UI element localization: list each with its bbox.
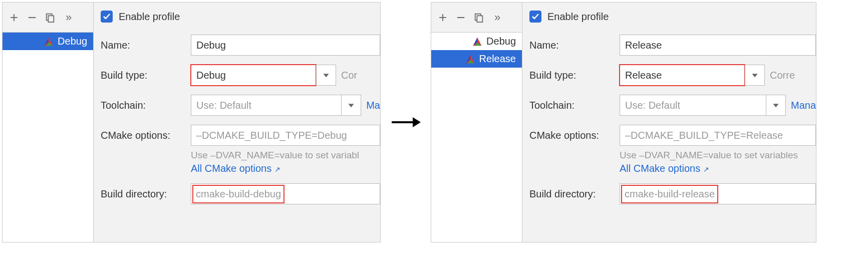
profile-item-label: Debug [486, 36, 516, 47]
arrow-right-icon [391, 115, 421, 130]
more-button[interactable]: » [489, 10, 504, 25]
build-type-dropdown-button[interactable] [316, 65, 336, 86]
build-dir-input[interactable]: cmake-build-debug [191, 183, 380, 204]
more-button[interactable]: » [61, 10, 76, 25]
svg-marker-18 [773, 104, 778, 107]
svg-marker-6 [349, 104, 354, 107]
toolchain-dropdown-button[interactable] [766, 95, 786, 116]
remove-profile-button[interactable]: − [25, 10, 40, 25]
profile-item-debug[interactable]: Debug [3, 33, 93, 50]
svg-marker-8 [413, 117, 421, 127]
profile-item-label: Debug [58, 36, 87, 47]
cmake-options-label: CMake options: [529, 130, 616, 141]
duplicate-profile-button[interactable] [471, 10, 486, 25]
copy-icon [473, 12, 484, 23]
cmake-options-link[interactable]: All CMake options ↗ [620, 163, 816, 174]
add-profile-button[interactable]: + [7, 10, 22, 25]
build-dir-input[interactable]: cmake-build-release [620, 183, 816, 204]
manage-toolchain-link[interactable]: Ma [366, 100, 380, 111]
svg-marker-5 [323, 74, 329, 77]
duplicate-profile-button[interactable] [43, 10, 58, 25]
form-area: Enable profile Name: Debug Build type: D… [94, 3, 380, 242]
cmake-hint: Use –DVAR_NAME=value to set variables [620, 150, 816, 161]
settings-panel-before: + − » Debug Enable profile Name: Debug [2, 2, 381, 242]
cmake-options-link[interactable]: All CMake options ↗ [191, 163, 380, 174]
name-label: Name: [101, 40, 187, 51]
sidebar-toolbar: + − » [431, 3, 522, 33]
build-type-label: Build type: [101, 70, 187, 81]
build-type-label: Build type: [529, 70, 616, 81]
remove-profile-button[interactable]: − [453, 10, 468, 25]
form-area: Enable profile Name: Release Build type:… [522, 3, 816, 242]
chevron-down-icon [348, 102, 355, 109]
profile-item-label: Release [479, 53, 516, 65]
toolchain-select[interactable]: Use: Default [620, 95, 766, 116]
profile-item-release[interactable]: Release [431, 50, 522, 68]
cmake-options-label: CMake options: [101, 130, 187, 141]
check-icon [103, 13, 111, 21]
transition-arrow [391, 2, 421, 242]
sidebar: + − » Debug Release [431, 3, 522, 242]
cmake-hint: Use –DVAR_NAME=value to set variabl [191, 150, 380, 161]
svg-rect-10 [477, 16, 482, 22]
profile-item-debug[interactable]: Debug [431, 33, 522, 50]
build-type-trailing: Cor [341, 70, 357, 81]
enable-profile-checkbox[interactable] [529, 11, 541, 23]
sidebar-toolbar: + − » [3, 3, 93, 33]
build-dir-label: Build directory: [529, 188, 616, 200]
build-type-trailing: Corre [770, 70, 795, 81]
enable-profile-label: Enable profile [119, 11, 180, 23]
external-link-icon: ↗ [703, 165, 709, 173]
cmake-options-input[interactable]: –DCMAKE_BUILD_TYPE=Release [620, 125, 816, 146]
profile-list: Debug Release [431, 33, 522, 242]
toolchain-label: Toolchain: [529, 100, 616, 111]
cmake-icon [44, 37, 54, 47]
build-type-dropdown-button[interactable] [745, 65, 765, 86]
sidebar: + − » Debug [3, 3, 94, 242]
chevron-down-icon [323, 72, 330, 79]
add-profile-button[interactable]: + [435, 10, 450, 25]
build-dir-label: Build directory: [101, 188, 187, 200]
toolchain-label: Toolchain: [101, 100, 187, 111]
copy-icon [45, 12, 56, 23]
cmake-options-input[interactable]: –DCMAKE_BUILD_TYPE=Debug [191, 125, 380, 146]
name-label: Name: [529, 40, 616, 51]
enable-profile-label: Enable profile [547, 11, 609, 23]
external-link-icon: ↗ [274, 165, 280, 173]
manage-toolchain-link[interactable]: Mana [791, 100, 816, 111]
enable-profile-checkbox[interactable] [101, 11, 113, 23]
chevron-down-icon [751, 72, 758, 79]
toolchain-select[interactable]: Use: Default [191, 95, 341, 116]
profile-list: Debug [3, 33, 93, 242]
check-icon [531, 13, 539, 21]
name-input[interactable]: Release [620, 35, 816, 56]
chevron-down-icon [772, 102, 779, 109]
build-type-input[interactable]: Release [620, 65, 745, 86]
cmake-icon [465, 54, 475, 64]
name-input[interactable]: Debug [191, 35, 380, 56]
build-type-input[interactable]: Debug [191, 65, 316, 86]
svg-rect-1 [48, 16, 54, 22]
cmake-icon [472, 37, 482, 47]
svg-marker-17 [752, 74, 757, 77]
toolchain-dropdown-button[interactable] [341, 95, 361, 116]
settings-panel-after: + − » Debug Release Enable profile [431, 2, 816, 242]
